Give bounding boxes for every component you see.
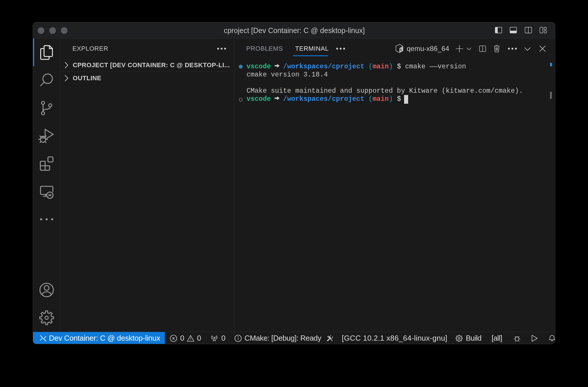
svg-text:$: $ [400,48,402,52]
